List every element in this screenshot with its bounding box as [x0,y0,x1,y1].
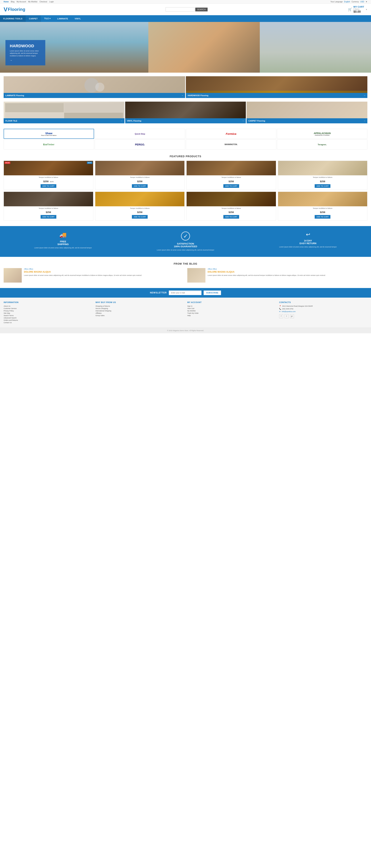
nav-my-wishlist[interactable]: My Wishlist [28,1,37,3]
category-carpet[interactable]: CARPET Flooring → [247,102,367,123]
product-8-price: $258 [278,211,367,214]
currency-dropdown-icon[interactable]: ▼ [366,1,367,3]
footer-link-secure-shopping[interactable]: Secure Shopping [95,308,184,309]
product-4-price: $258 [278,180,367,183]
footer-phone: 📞 (00) 2345-6782 [279,308,367,310]
nav-flooring-tools[interactable]: FLOORING TOOLS [0,16,26,22]
footer: INFORMATION About Us Customer Service Pr… [0,298,371,328]
brand-shaw[interactable]: Shaw Floor to Gain from Nature [4,129,94,139]
category-hardwood[interactable]: HARDWOOD Flooring → [186,76,367,98]
footer-link-contact[interactable]: Contact Us [4,322,92,323]
add-to-cart-7[interactable]: ADD TO CART [223,215,239,219]
nav-checkout[interactable]: Checkout [39,1,47,3]
brand-quickstep[interactable]: Quick·Step [95,129,185,139]
cart-dropdown-icon[interactable]: ▼ [366,8,367,10]
nav-vinyl[interactable]: VINYL [71,16,84,22]
footer-link-track-order[interactable]: Track My Order [187,312,276,314]
footer-link-wishlist[interactable]: My Wishlist [187,310,276,312]
search-button[interactable]: SEARCH [195,8,208,11]
add-to-cart-1[interactable]: ADD TO CART [40,184,56,188]
address-icon: 📍 [279,305,281,307]
product-5-price: $258 [4,211,93,214]
cart-total: $0.00 [353,10,364,13]
blog-post-1-title[interactable]: DOLORE MAGNA ALIQUA [24,271,142,273]
newsletter-subscribe-button[interactable]: SUBSCRIBE [204,290,221,295]
footer-link-group-sales[interactable]: Group Sales [95,315,184,316]
product-7-price: $258 [187,211,276,214]
footer-link-help[interactable]: Help [187,315,276,316]
add-to-cart-3[interactable]: ADD TO CART [223,184,239,188]
nav-carpet[interactable]: CARPET [26,16,41,22]
product-4-desc: Tempor incididunt ut labore [278,175,367,179]
category-floortile-type: FLOOR TILE [5,120,17,122]
brand-pergo[interactable]: PERGO. [95,140,185,149]
currency-select[interactable]: USD [360,1,364,3]
nav-tile[interactable]: TILE ▾ [41,15,54,22]
brand-formica[interactable]: Formica [186,129,276,139]
category-vinyl-label: VINYL Flooring → [125,118,246,123]
search-input[interactable] [165,7,194,11]
footer-link-advanced-search[interactable]: Advanced Search [4,317,92,319]
footer-link-customer-service[interactable]: Customer Service [4,308,92,309]
logo-letter: V [4,6,7,13]
footer-link-sitemap[interactable]: Site Map [4,312,92,314]
add-to-cart-2[interactable]: ADD TO CART [132,184,148,188]
footer-link-privacy[interactable]: Privacy Policy [4,310,92,312]
footer-email-link[interactable]: info@vpnetica.com [282,311,296,312]
nav-login[interactable]: Login [49,1,54,3]
brand-appalachian[interactable]: APPALACHIAN HARDWOOD FLOORING [277,129,367,139]
add-to-cart-8[interactable]: ADD TO CART [315,215,331,219]
cart-area[interactable]: 🛒 MY CART 0 Items $0.00 ▼ [348,5,367,13]
add-to-cart-6[interactable]: ADD TO CART [132,215,148,219]
social-facebook[interactable]: f [279,314,283,318]
footer-link-view-cart[interactable]: View Cart [187,308,276,309]
category-carpet-type: CARPET Flooring [248,120,265,122]
category-carpet-label: CARPET Flooring → [247,118,367,123]
nav-home[interactable]: Home [4,1,9,3]
footer-link-affiliates[interactable]: Affiliates [95,312,184,314]
social-googleplus[interactable]: g+ [290,314,294,318]
product-2-desc: Tempor incididunt ut labore [95,175,185,179]
footer-email: ✉ info@vpnetica.com [279,311,367,312]
footer-link-shopping-returns[interactable]: Shopping & Returns [95,305,184,307]
category-floortile-label: FLOOR TILE → [4,118,124,123]
category-floor-tile[interactable]: FLOOR TILE → [4,102,124,123]
logo[interactable]: V Flooring [4,6,25,13]
product-6-image [95,192,185,206]
nav-laminate[interactable]: LAMINATE [54,16,71,22]
brand-quickstep-name: Quick·Step [135,133,145,135]
add-to-cart-5[interactable]: ADD TO CART [40,215,56,219]
brand-teragren[interactable]: Teragren. [277,140,367,149]
footer-link-international[interactable]: International Shipping [95,310,184,312]
language-select[interactable]: English [344,1,350,3]
social-twitter[interactable]: t [285,314,288,318]
blog-post-2-title[interactable]: DOLORE MAGNA ALIQUA [208,271,326,273]
features-banner: 🚚 FREESHIPPING Lorem ipsum dolor sit ame… [0,226,371,257]
footer-link-sign-in[interactable]: Sign In [187,305,276,307]
footer-address: 📍 9012 Mannoria Road,Glasgow G04 8W2R [279,305,367,307]
footer-link-about[interactable]: About Us [4,305,92,307]
footer-col-information: INFORMATION About Us Customer Service Pr… [4,301,92,324]
footer-link-search-terms[interactable]: Search Terms [4,315,92,316]
products-row-1: SALE! NEW! Tempor incididunt ut labore $… [4,161,367,190]
add-to-cart-4[interactable]: ADD TO CART [315,184,331,188]
return-icon: ↩ [249,231,367,238]
brand-ecotimber[interactable]: EcoTimber [4,140,94,149]
brand-mannington[interactable]: MANNINGTON. [186,140,276,149]
product-1-image [4,161,93,175]
nav-my-account[interactable]: My Account [17,1,26,3]
product-card-1: SALE! NEW! Tempor incididunt ut labore $… [4,161,93,190]
featured-title: FEATURED PRODUCTS [4,155,367,158]
newsletter-email-input[interactable] [169,290,202,295]
feature-shipping-title: FREESHIPPING [4,240,122,246]
product-1-badge-new: NEW! [87,162,92,164]
nav-blog[interactable]: Blog [11,1,14,3]
blog-post-2: Allbus Allbus DOLORE MAGNA ALIQUA Lorem … [187,268,367,283]
hero-arrow[interactable]: → [10,59,12,62]
category-vinyl[interactable]: VINYL Flooring → [125,102,246,123]
category-laminate[interactable]: LAMINATE Flooring → [4,76,185,98]
footer-link-orders-returns[interactable]: Orders and Returns [4,319,92,321]
brand-mannington-name: MANNINGTON. [225,144,238,146]
cart-info: MY CART 0 Items $0.00 [353,5,364,13]
category-laminate-arrow: → [181,94,183,97]
